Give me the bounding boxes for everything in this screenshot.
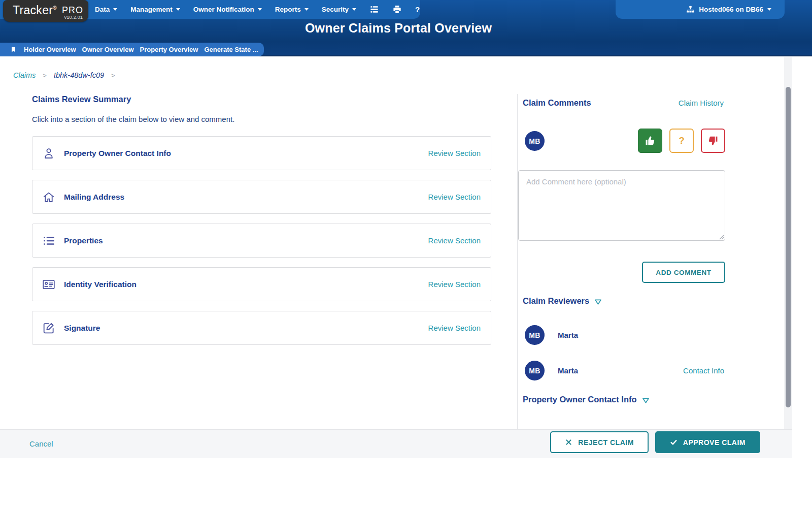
menu-management-label: Management [130,6,173,13]
panel-divider [517,94,518,429]
version-label: v10.2.01 [64,14,83,20]
page-title: Owner Claims Portal Overview [0,21,797,36]
review-section-link[interactable]: Review Section [428,324,481,332]
section-card-label: Properties [64,236,428,245]
maybe-button[interactable]: ? [669,129,694,153]
queue-icon[interactable] [369,5,379,14]
thumbs-down-button[interactable] [701,129,725,153]
quick-link-holder-overview[interactable]: Holder Overview [24,46,76,53]
breadcrumb-separator: > [43,72,47,79]
breadcrumb-separator: > [111,72,115,79]
chevron-down-icon [113,8,117,11]
reviewer-name: Marta [558,331,578,339]
reject-claim-label: REJECT CLAIM [578,438,633,447]
thumbs-up-icon [645,135,656,146]
reject-claim-button[interactable]: REJECT CLAIM [550,431,648,453]
thumbs-up-button[interactable] [638,129,662,153]
quick-link-property-overview[interactable]: Property Overview [140,46,198,53]
cancel-link[interactable]: Cancel [29,439,53,448]
claims-review-instruction: Click into a section of the claim below … [32,115,491,123]
x-icon [565,438,572,446]
host-selector[interactable]: Hosted066 on DB66 [616,0,785,19]
registered-mark: ® [53,5,57,11]
reviewer-row: MB Marta [525,325,724,345]
property-owner-contact-info-toggle[interactable]: Property Owner Contact Info [523,395,650,404]
review-section-link[interactable]: Review Section [428,236,481,245]
quick-links-bar: Holder Overview Owner Overview Property … [0,43,264,56]
claim-comments-panel: Claim Comments Claim History MB ? ADD CO… [518,94,725,429]
check-icon [670,438,678,446]
signature-icon [42,322,55,335]
triangle-down-icon [594,299,602,305]
chevron-down-icon [304,8,309,11]
id-card-icon [42,278,55,291]
section-card-properties[interactable]: Properties Review Section [32,224,491,258]
review-section-link[interactable]: Review Section [428,193,481,201]
approve-claim-button[interactable]: APPROVE CLAIM [655,431,760,453]
chevron-down-icon [352,8,356,11]
sitemap-icon [686,5,695,14]
review-section-link[interactable]: Review Section [428,149,481,157]
person-icon [42,147,55,160]
home-icon [42,190,55,204]
section-card-label: Identity Verification [64,280,428,289]
triangle-down-icon [642,397,650,404]
section-card-signature[interactable]: Signature Review Section [32,311,491,345]
section-card-property-owner-contact-info[interactable]: Property Owner Contact Info Review Secti… [32,136,491,170]
scrollbar-thumb[interactable] [786,87,791,407]
claim-history-link[interactable]: Claim History [679,99,724,107]
list-icon [42,234,55,247]
avatar: MB [525,325,545,345]
section-card-identity-verification[interactable]: Identity Verification Review Section [32,267,491,301]
claims-review-panel: Claims Review Summary Click into a secti… [32,94,491,355]
quick-link-owner-overview[interactable]: Owner Overview [82,46,134,53]
menu-owner-notification[interactable]: Owner Notification [193,6,262,13]
menu-data-label: Data [95,6,110,13]
claim-comments-heading: Claim Comments [523,98,591,108]
claims-review-heading: Claims Review Summary [32,94,491,104]
host-label: Hosted066 on DB66 [699,6,763,13]
avatar: MB [525,361,545,380]
menu-owner-notification-label: Owner Notification [193,6,254,13]
breadcrumb-claims[interactable]: Claims [13,71,36,79]
scrollbar-track[interactable] [784,57,792,432]
thumbs-down-icon [707,135,719,146]
menu-management[interactable]: Management [130,6,180,13]
reviewer-row: MB Marta Contact Info [525,361,724,380]
print-icon[interactable] [392,5,402,14]
main-menu-bar: Data Management Owner Notification Repor… [95,0,420,19]
app-logo: Tracker® PRO v10.2.01 [3,0,88,22]
section-card-label: Signature [64,324,428,333]
avatar: MB [525,131,545,151]
chevron-down-icon [176,8,180,11]
chevron-down-icon [767,8,771,11]
brand-name: Tracker® [13,4,57,17]
action-footer: Cancel REJECT CLAIM APPROVE CLAIM [0,429,792,458]
section-card-label: Mailing Address [64,193,428,202]
menu-data[interactable]: Data [95,6,117,13]
bookmark-icon[interactable] [10,46,17,53]
comment-input[interactable] [518,170,725,241]
approve-claim-label: APPROVE CLAIM [683,438,746,447]
section-card-label: Property Owner Contact Info [64,149,428,158]
breadcrumb: Claims > tbhk-48dw-fc09 > [13,71,115,79]
menu-reports[interactable]: Reports [275,6,309,13]
contact-info-link[interactable]: Contact Info [683,366,724,375]
help-icon[interactable]: ? [415,5,420,14]
section-card-mailing-address[interactable]: Mailing Address Review Section [32,180,491,214]
claim-reviewers-toggle[interactable]: Claim Reviewers [523,296,602,306]
review-section-link[interactable]: Review Section [428,280,481,289]
app-header: Data Management Owner Notification Repor… [0,0,812,56]
property-owner-contact-info-heading: Property Owner Contact Info [523,395,637,404]
breadcrumb-claim-id[interactable]: tbhk-48dw-fc09 [54,71,104,79]
quick-link-generate-state[interactable]: Generate State ... [204,46,258,53]
menu-security[interactable]: Security [322,6,356,13]
menu-security-label: Security [322,6,349,13]
chevron-down-icon [258,8,262,11]
claim-reviewers-heading: Claim Reviewers [523,296,589,306]
menu-reports-label: Reports [275,6,301,13]
reviewer-name: Marta [558,366,578,375]
add-comment-button[interactable]: ADD COMMENT [642,262,725,283]
